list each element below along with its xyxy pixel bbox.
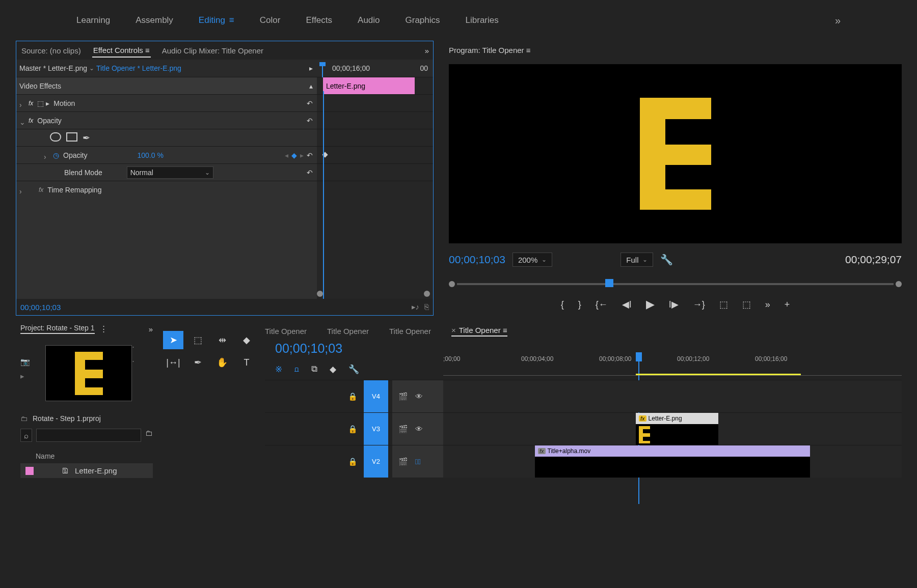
eye-icon[interactable]: 👁 bbox=[415, 425, 423, 433]
workspace-overflow-icon[interactable]: » bbox=[835, 15, 841, 26]
collapse-icon[interactable]: ▴ bbox=[309, 82, 313, 90]
timeline-ruler[interactable]: ;00;00 00;00;04;00 00;00;08;00 00;00;12;… bbox=[443, 355, 902, 376]
project-search-input[interactable] bbox=[36, 429, 141, 442]
label-swatch[interactable] bbox=[25, 467, 34, 475]
sequence-tab[interactable]: Title Opener bbox=[265, 327, 307, 335]
project-tab[interactable]: Project: Rotate - Step 1 bbox=[20, 324, 95, 334]
sequence-tab[interactable]: Title Opener bbox=[389, 327, 431, 335]
extract-icon[interactable]: ⬚ bbox=[742, 299, 751, 310]
sync-lock-icon[interactable]: 🎬 bbox=[398, 392, 408, 401]
opacity-value[interactable]: 100.0 % bbox=[137, 151, 163, 159]
twisty-icon[interactable] bbox=[19, 187, 24, 192]
camera-icon[interactable]: 📷 bbox=[20, 357, 30, 367]
twisty-icon[interactable] bbox=[19, 118, 24, 123]
next-keyframe-icon[interactable]: ▸ bbox=[300, 151, 304, 159]
track-v2[interactable]: V2 bbox=[364, 445, 388, 478]
panel-menu-icon[interactable]: ≡ bbox=[145, 46, 150, 54]
timeline-playhead[interactable] bbox=[636, 352, 642, 361]
play-icon[interactable]: ▶ bbox=[646, 298, 655, 311]
workspace-tab-graphics[interactable]: Graphics bbox=[406, 15, 440, 25]
tab-effect-controls[interactable]: Effect Controls ≡ bbox=[92, 44, 151, 58]
ellipse-mask-icon[interactable] bbox=[50, 132, 61, 142]
settings-icon[interactable]: 🔧 bbox=[348, 364, 359, 375]
play-thumb-icon[interactable]: ▸ bbox=[20, 372, 30, 381]
program-scrubber[interactable] bbox=[449, 275, 902, 293]
clip-letter-e[interactable]: fxLetter-E.png bbox=[636, 413, 718, 445]
type-tool-icon[interactable]: T bbox=[236, 353, 257, 372]
scrub-start[interactable] bbox=[449, 281, 455, 287]
pen-tool-icon[interactable]: ✒ bbox=[187, 353, 208, 372]
motion-row[interactable]: Motion bbox=[53, 99, 75, 107]
go-to-in-icon[interactable]: {← bbox=[596, 299, 608, 310]
fx-toggle-icon[interactable]: fx bbox=[29, 100, 33, 107]
track-v3-body[interactable]: fxLetter-E.png bbox=[443, 413, 902, 445]
clip-title-alpha[interactable]: fxTitle+alpha.mov bbox=[535, 445, 810, 478]
rect-mask-icon[interactable] bbox=[66, 132, 77, 142]
ec-current-time[interactable]: 00;00;10;03 bbox=[20, 303, 61, 312]
hand-tool-icon[interactable]: ✋ bbox=[212, 353, 232, 372]
close-icon[interactable]: × bbox=[451, 326, 456, 334]
mark-out-icon[interactable]: } bbox=[578, 299, 581, 310]
sync-lock-icon[interactable]: 🎬 bbox=[398, 425, 408, 434]
prev-keyframe-icon[interactable]: ◂ bbox=[285, 151, 288, 159]
program-viewer[interactable] bbox=[449, 64, 902, 243]
panel-overflow-icon[interactable]: » bbox=[149, 325, 153, 333]
hscroll-right[interactable] bbox=[424, 291, 430, 297]
new-bin-icon[interactable]: 🗀 bbox=[145, 429, 153, 442]
workspace-tab-learning[interactable]: Learning bbox=[76, 15, 110, 25]
export-icon[interactable]: ⎘ bbox=[424, 302, 429, 312]
mark-in-icon[interactable]: { bbox=[561, 299, 564, 310]
program-tab[interactable]: Program: Title Opener ≡ bbox=[449, 46, 531, 54]
project-item[interactable]: 🖻 Letter-E.png bbox=[20, 463, 153, 478]
panel-menu-icon[interactable]: ≡ bbox=[526, 46, 531, 54]
wrench-icon[interactable]: 🔧 bbox=[660, 254, 673, 266]
bin-icon[interactable]: 🗀 bbox=[20, 414, 28, 423]
marker-icon[interactable]: ◆ bbox=[330, 364, 336, 375]
eye-off-icon[interactable]: 👁̸ bbox=[415, 457, 421, 466]
slip-tool-icon[interactable]: |↔| bbox=[163, 353, 183, 372]
workspace-tab-audio[interactable]: Audio bbox=[358, 15, 380, 25]
sequence-tab-active[interactable]: ×Title Opener ≡ bbox=[451, 326, 507, 337]
selection-tool-icon[interactable]: ➤ bbox=[163, 331, 183, 349]
reset-icon[interactable]: ↶ bbox=[307, 99, 313, 107]
reset-icon[interactable]: ↶ bbox=[307, 117, 313, 125]
blend-mode-select[interactable]: Normal⌄ bbox=[127, 166, 213, 179]
overflow-icon[interactable]: » bbox=[765, 299, 770, 310]
track-v2-body[interactable]: fxTitle+alpha.mov bbox=[443, 445, 902, 478]
workspace-tab-libraries[interactable]: Libraries bbox=[466, 15, 499, 25]
ec-playhead-line[interactable] bbox=[323, 91, 324, 299]
sync-lock-icon[interactable]: 🎬 bbox=[398, 457, 408, 466]
time-remapping-row[interactable]: Time Remapping bbox=[47, 186, 101, 194]
workspace-tab-assembly[interactable]: Assembly bbox=[136, 15, 173, 25]
panel-menu-icon[interactable]: ⋮ bbox=[100, 324, 107, 333]
panel-menu-icon[interactable]: ≡ bbox=[503, 326, 507, 334]
eye-icon[interactable]: 👁 bbox=[415, 392, 423, 401]
track-v4-body[interactable] bbox=[443, 380, 902, 412]
transform-icon[interactable]: ⬚ ▸ bbox=[37, 99, 49, 107]
fx-toggle-icon[interactable]: fx bbox=[39, 186, 43, 193]
go-to-out-icon[interactable]: →} bbox=[693, 299, 705, 310]
tab-audio-mixer[interactable]: Audio Clip Mixer: Title Opener bbox=[161, 44, 264, 57]
step-forward-icon[interactable]: І▶ bbox=[669, 299, 679, 310]
sequence-tab[interactable]: Title Opener bbox=[327, 327, 369, 335]
master-clip-label[interactable]: Master * Letter-E.png bbox=[19, 64, 87, 72]
linked-selection-icon[interactable]: ⧉ bbox=[311, 364, 317, 375]
panel-overflow-icon[interactable]: » bbox=[425, 46, 429, 55]
video-effects-header[interactable]: Video Effects bbox=[19, 82, 61, 90]
program-current-time[interactable]: 00;00;10;03 bbox=[449, 254, 505, 266]
reset-icon[interactable]: ↶ bbox=[307, 169, 313, 177]
add-keyframe-icon[interactable]: ◆ bbox=[291, 151, 297, 159]
track-v4[interactable]: V4 bbox=[364, 380, 388, 412]
stopwatch-icon[interactable]: ◷ bbox=[53, 151, 59, 159]
name-column-header[interactable]: Name bbox=[20, 449, 153, 463]
ec-clip-bar[interactable]: Letter-E.png bbox=[323, 77, 415, 94]
tab-source[interactable]: Source: (no clips) bbox=[20, 44, 82, 57]
scrub-end[interactable] bbox=[896, 281, 902, 287]
play-icon[interactable]: ▸ bbox=[309, 64, 313, 72]
ripple-edit-tool-icon[interactable]: ⇹ bbox=[212, 331, 232, 349]
source-clip-label[interactable]: Title Opener * Letter-E.png bbox=[96, 64, 181, 72]
chevron-down-icon[interactable]: ⌄ bbox=[89, 65, 94, 72]
twisty-icon[interactable] bbox=[44, 153, 49, 158]
track-v3[interactable]: V3 bbox=[364, 413, 388, 445]
track-select-tool-icon[interactable]: ⬚ bbox=[187, 331, 208, 349]
